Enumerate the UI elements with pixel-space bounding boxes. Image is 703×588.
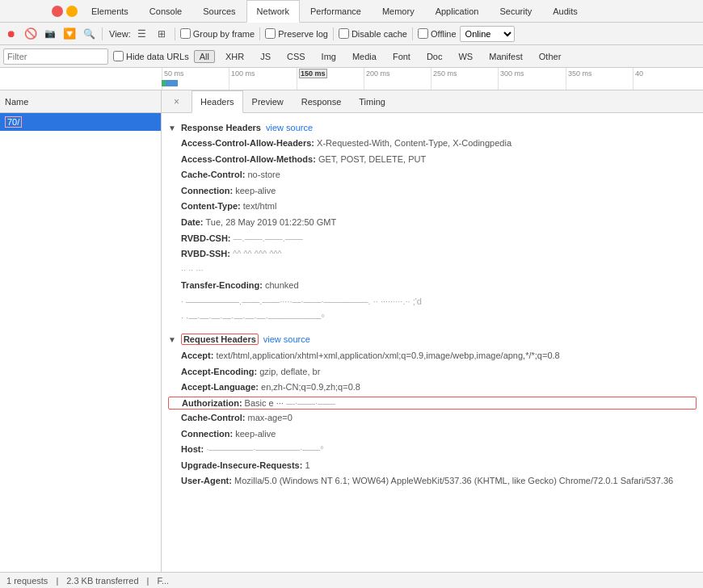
separator-pipe-2: | — [147, 576, 149, 586]
large-view-btn[interactable]: ⊞ — [154, 26, 170, 42]
tab-application[interactable]: Application — [425, 0, 490, 23]
hide-data-urls-input[interactable] — [113, 51, 124, 61]
toolbar-separator-3 — [259, 27, 260, 40]
header-value-rvbd-csh: —.——.——.—— — [234, 233, 303, 243]
filter-font-btn[interactable]: Font — [387, 50, 416, 63]
toolbar-separator-5 — [412, 27, 413, 40]
clear-btn[interactable] — [66, 6, 78, 17]
headers-content: ▼ Response Headers view source Access-Co… — [162, 113, 703, 588]
request-row-name: 70/ — [5, 116, 22, 128]
filter-input[interactable] — [3, 48, 108, 65]
request-view-source-link[interactable]: view source — [263, 334, 310, 344]
tab-console[interactable]: Console — [139, 0, 192, 23]
filter-other-btn[interactable]: Other — [533, 50, 567, 63]
capture-screenshot-btn[interactable]: 📷 — [42, 26, 58, 42]
filter-img-btn[interactable]: Img — [316, 50, 342, 63]
tick-300-label: 300 ms — [500, 69, 524, 78]
list-view-btn[interactable]: ☰ — [134, 26, 150, 42]
group-by-frame-input[interactable] — [180, 28, 191, 39]
header-value-aah: X-Requested-With, Content-Type, X-Coding… — [317, 138, 511, 148]
tab-preview[interactable]: Preview — [243, 90, 293, 113]
group-by-frame-checkbox[interactable]: Group by frame — [180, 28, 255, 39]
group-by-frame-label: Group by frame — [193, 29, 255, 39]
header-name-req-conn: Connection: — [181, 429, 235, 439]
tab-close[interactable]: × — [165, 90, 192, 113]
tick-40-label: 40 — [635, 69, 643, 78]
header-value-accept: text/html,application/xhtml+xml,applicat… — [216, 351, 559, 360]
header-name-al: Accept-Language: — [181, 382, 261, 392]
preserve-log-input[interactable] — [265, 28, 276, 39]
response-header-content-type: Content-Type: text/html — [168, 199, 697, 215]
filter-doc-btn[interactable]: Doc — [421, 50, 448, 63]
record-stop-btn[interactable] — [52, 6, 63, 17]
throttle-select[interactable]: Online Fast 3G Slow 3G Offline — [460, 26, 515, 42]
header-value-misc1: · ——————.——.——·····—·——·—————. ·· ······… — [181, 296, 422, 306]
right-panel-tabs: × Headers Preview Response Timing — [162, 90, 703, 113]
filter-js-btn[interactable]: JS — [255, 50, 276, 63]
record-btn[interactable]: ⏺ — [3, 26, 19, 42]
header-value-blank: ·· ·· ··· — [181, 265, 204, 275]
header-name-accept: Accept: — [181, 351, 216, 360]
response-header-blank: ·· ·· ··· — [168, 262, 697, 279]
tab-timing[interactable]: Timing — [350, 90, 394, 113]
hide-data-urls-label: Hide data URLs — [126, 52, 189, 61]
status-bar: 1 requests | 2.3 KB transferred | F... — [0, 572, 703, 588]
tab-audits[interactable]: Audits — [542, 0, 588, 23]
tab-network[interactable]: Network — [246, 0, 300, 23]
tab-sources[interactable]: Sources — [192, 0, 246, 23]
tick-200-label: 200 ms — [366, 69, 390, 78]
response-header-rvbd-ssh: RVBD-SSH: ^^ ^^ ^^^ ^^^ — [168, 246, 697, 262]
request-header-accept-language: Accept-Language: en,zh-CN;q=0.9,zh;q=0.8 — [168, 380, 697, 396]
tick-350: 350 ms — [566, 68, 592, 90]
header-value-aam: GET, POST, DELETE, PUT — [318, 154, 426, 164]
offline-input[interactable] — [418, 28, 428, 39]
filter-toggle-btn[interactable]: 🔽 — [61, 26, 78, 42]
header-value-al: en,zh-CN;q=0.9,zh;q=0.8 — [261, 382, 360, 392]
filter-css-btn[interactable]: CSS — [281, 50, 311, 63]
tab-headers[interactable]: Headers — [192, 90, 243, 113]
header-value-upgrade: 1 — [305, 460, 309, 470]
header-name-te: Transfer-Encoding: — [181, 280, 265, 290]
hide-data-urls-checkbox[interactable]: Hide data URLs — [113, 51, 189, 61]
request-headers-section: ▼ Request Headers view source — [168, 334, 697, 345]
response-headers-title: Response Headers — [181, 123, 261, 132]
tab-performance[interactable]: Performance — [300, 0, 372, 23]
offline-label: Offline — [431, 29, 457, 39]
response-header-cache-control: Cache-Control: no-store — [168, 167, 697, 183]
request-header-accept-encoding: Accept-Encoding: gzip, deflate, br — [168, 364, 697, 380]
filter-ws-btn[interactable]: WS — [453, 50, 478, 63]
tab-memory[interactable]: Memory — [372, 0, 425, 23]
tab-elements[interactable]: Elements — [81, 0, 139, 23]
header-name-ae: Accept-Encoding: — [181, 367, 259, 376]
transferred-size: 2.3 KB transferred — [66, 576, 138, 586]
tick-50-label: 50 ms — [164, 69, 184, 78]
header-value-conn: keep-alive — [235, 186, 276, 195]
finish-time: F... — [157, 576, 169, 586]
response-view-source-link[interactable]: view source — [266, 123, 313, 132]
response-headers-section: ▼ Response Headers view source — [168, 123, 697, 132]
clear-log-btn[interactable]: 🚫 — [23, 26, 39, 42]
disable-cache-input[interactable] — [339, 28, 349, 39]
header-name-conn: Connection: — [181, 186, 235, 195]
request-row-70[interactable]: 70/ — [0, 113, 161, 131]
filter-xhr-btn[interactable]: XHR — [220, 50, 250, 63]
left-panel: Name 70/ — [0, 90, 162, 588]
search-btn[interactable]: 🔍 — [81, 26, 97, 42]
tab-response[interactable]: Response — [293, 90, 351, 113]
disable-cache-checkbox[interactable]: Disable cache — [339, 28, 407, 39]
filter-manifest-btn[interactable]: Manifest — [483, 50, 528, 63]
header-value-misc2: · ·—·—·—·—·—·—·—·——————° — [181, 313, 325, 322]
toolbar-separator-1 — [102, 27, 103, 40]
offline-checkbox[interactable]: Offline — [418, 28, 457, 39]
filter-media-btn[interactable]: Media — [347, 50, 382, 63]
request-header-host: Host: ·—————·—————·——° — [168, 442, 697, 458]
tick-150: 150 ms — [297, 68, 327, 90]
header-value-auth: Basic e ··· — [245, 398, 286, 408]
tab-security[interactable]: Security — [489, 0, 542, 23]
preserve-log-checkbox[interactable]: Preserve log — [265, 28, 328, 39]
response-header-access-allow-headers: Access-Control-Allow-Headers: X-Requeste… — [168, 136, 697, 152]
filter-all-btn[interactable]: All — [194, 50, 215, 63]
header-name-ct: Content-Type: — [181, 201, 243, 211]
header-name-aam: Access-Control-Allow-Methods: — [181, 154, 318, 164]
header-name-rvbd-ssh: RVBD-SSH: — [181, 249, 233, 258]
